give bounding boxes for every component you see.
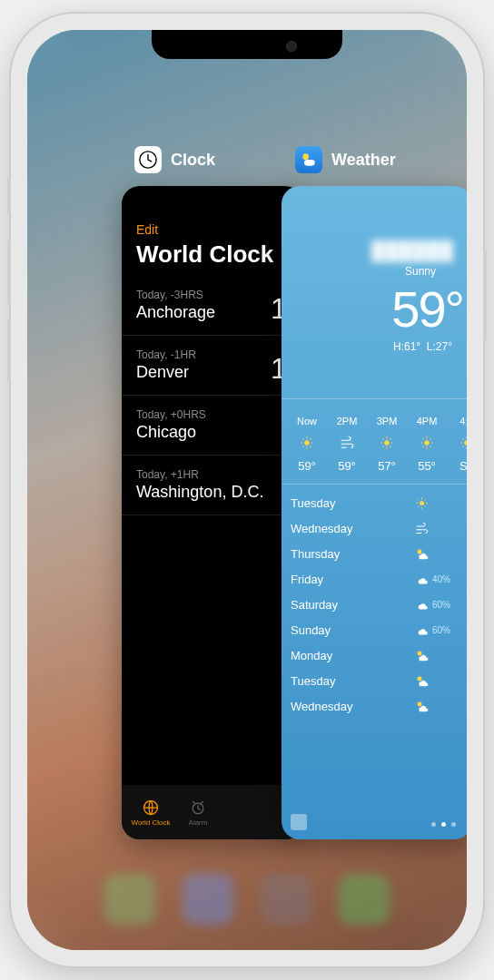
svg-point-10 [417, 651, 421, 655]
daily-item: Sunday60% [291, 617, 463, 642]
side-button [483, 250, 487, 340]
weather-app-label: Weather [331, 151, 396, 170]
wind-icon [327, 432, 367, 454]
clock-app-icon [134, 146, 162, 173]
volume-up [7, 240, 11, 304]
day-name: Tuesday [291, 496, 410, 510]
precip-pct: 60% [432, 625, 463, 635]
weather-hi-lo: H:61° L:27° [282, 340, 467, 353]
hourly-item: 4:4Su [447, 416, 467, 473]
day-name: Wednesday [291, 700, 410, 713]
weather-low: L:27° [427, 340, 452, 353]
clock-offset: Today, +1HR [136, 468, 289, 481]
clock-offset: Today, +0HRS [136, 408, 289, 421]
svg-point-7 [464, 440, 467, 445]
day-name: Saturday [291, 598, 410, 612]
clock-app-label: Clock [171, 151, 215, 170]
partly-icon [410, 700, 432, 713]
switcher-card-weather[interactable]: ██████ Sunny 59° H:61° L:27° Now59°2PM59… [282, 186, 467, 839]
alarm-icon [189, 799, 207, 817]
clock-city: Chicago [136, 423, 289, 442]
svg-point-8 [420, 501, 424, 505]
switcher-app-label-clock: Clock [134, 146, 215, 173]
hour-temp: 57° [367, 459, 407, 473]
volume-down [7, 318, 11, 381]
clock-city: Washington, D.C. [136, 483, 289, 502]
tab-world-clock[interactable]: World Clock [127, 799, 174, 827]
sun-icon [447, 432, 467, 454]
daily-item: Tuesday [291, 490, 463, 515]
svg-point-4 [304, 440, 309, 445]
world-clock-row[interactable]: Today, -1HR Denver 1 [122, 336, 303, 396]
cloud-icon [410, 573, 432, 586]
weather-page-dots[interactable] [431, 822, 456, 827]
day-name: Thursday [291, 547, 410, 561]
iphone-frame: Clock Weather Edit World Clock Today, -3… [11, 14, 483, 966]
daily-item: Saturday60% [291, 592, 463, 617]
daily-item: Monday [291, 642, 463, 668]
world-clock-row[interactable]: Today, +0HRS Chicago [122, 396, 303, 456]
hour-temp: 59° [327, 459, 367, 473]
hourly-item: Now59° [287, 416, 327, 473]
day-name: Sunday [291, 623, 410, 637]
clock-city: Anchorage [136, 303, 289, 322]
world-clock-title: World Clock [136, 240, 289, 269]
svg-point-9 [417, 549, 421, 554]
svg-point-1 [302, 153, 309, 160]
partly-icon [410, 547, 432, 561]
globe-icon [142, 799, 160, 817]
hourly-item: 3PM57° [367, 416, 407, 473]
weather-hourly-forecast[interactable]: Now59°2PM59°3PM57°4PM55°4:4Su [282, 398, 467, 485]
daily-item: Wednesday [291, 515, 463, 541]
tab-alarm[interactable]: Alarm [174, 799, 222, 827]
precip-pct: 60% [432, 600, 463, 610]
sun-icon [410, 496, 432, 510]
svg-point-11 [417, 676, 421, 681]
hour-temp: 59° [287, 459, 327, 473]
screen: Clock Weather Edit World Clock Today, -3… [27, 30, 467, 950]
clock-offset: Today, -1HR [136, 348, 289, 361]
weather-channel-logo[interactable] [291, 814, 307, 830]
partly-icon [410, 649, 432, 662]
notch [152, 30, 342, 59]
daily-item: Friday40% [291, 566, 463, 592]
weather-daily-forecast[interactable]: TuesdayWednesdayThursdayFriday40%Saturda… [282, 485, 467, 719]
hour-temp: Su [447, 459, 467, 473]
clock-city: Denver [136, 363, 289, 382]
sun-icon [407, 432, 447, 454]
weather-app-icon [295, 146, 322, 173]
svg-point-5 [384, 440, 389, 445]
hour-temp: 55° [407, 459, 447, 473]
edit-button[interactable]: Edit [136, 222, 289, 237]
weather-city: ██████ [282, 240, 467, 261]
hour-label: 3PM [367, 416, 407, 426]
tab-label: Alarm [189, 818, 208, 827]
world-clock-row[interactable]: Today, +1HR Washington, D.C. [122, 456, 303, 515]
app-switcher[interactable]: Clock Weather Edit World Clock Today, -3… [27, 30, 467, 950]
day-name: Monday [291, 649, 410, 662]
hourly-item: 4PM55° [407, 416, 447, 473]
tab-label: World Clock [132, 818, 171, 827]
hourly-item: 2PM59° [327, 416, 367, 473]
switcher-card-clock[interactable]: Edit World Clock Today, -3HRS Anchorage … [122, 186, 303, 839]
daily-item: Tuesday [291, 668, 463, 693]
precip-pct: 40% [432, 574, 463, 584]
wind-icon [410, 522, 432, 535]
weather-current-temp: 59° [282, 279, 467, 338]
day-name: Friday [291, 573, 410, 586]
svg-point-6 [424, 440, 429, 445]
day-name: Wednesday [291, 522, 410, 535]
hour-label: 2PM [327, 416, 367, 426]
weather-high: H:61° [393, 340, 420, 353]
clock-offset: Today, -3HRS [136, 289, 289, 301]
world-clock-row[interactable]: Today, -3HRS Anchorage 1 [122, 276, 303, 336]
daily-item: Wednesday [291, 693, 463, 719]
cloud-icon [410, 623, 432, 637]
switcher-app-label-weather: Weather [295, 146, 396, 173]
hour-label: 4:4 [447, 416, 467, 426]
cloud-icon [410, 598, 432, 612]
hour-label: 4PM [407, 416, 447, 426]
daily-item: Thursday [291, 541, 463, 566]
partly-icon [410, 674, 432, 688]
clock-tab-bar: World Clock Alarm [122, 785, 303, 839]
